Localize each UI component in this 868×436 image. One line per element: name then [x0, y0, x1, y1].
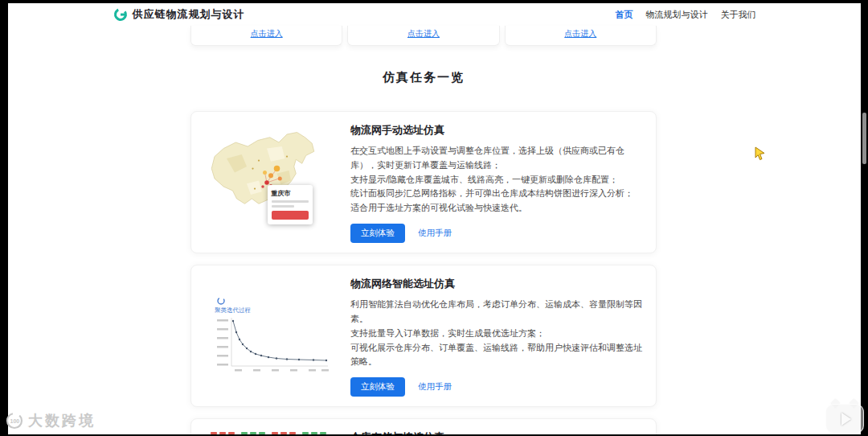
task-media: 重庆市: [203, 121, 339, 243]
enter-link[interactable]: 点击进入: [407, 28, 440, 39]
svg-text:100: 100: [10, 418, 20, 424]
rack-group: [302, 432, 326, 434]
tooltip-action-button[interactable]: [272, 211, 309, 220]
nav-item-about[interactable]: 关于我们: [721, 9, 756, 21]
tooltip-text-bar: [272, 200, 309, 203]
feature-card-partial: 点击进入: [190, 26, 342, 46]
main-content: 点击进入 点击进入 点击进入 仿真任务一览: [190, 26, 657, 434]
desc-line: 支持批量导入订单数据，实时生成最优选址方案；: [350, 327, 645, 341]
curve-dots: [232, 320, 327, 361]
watermark-logo-icon: 100: [5, 411, 24, 430]
brand: 供应链物流规划与设计: [113, 7, 245, 22]
try-now-button[interactable]: 立刻体验: [350, 377, 405, 397]
main-nav: 首页 物流规划与设计 关于我们: [616, 9, 756, 21]
watermark-text: 大数跨境: [28, 411, 96, 430]
task-card-warehouse-picking: ✕ ✕ ✕ ✕ ✕ 仓库存储与拣选仿真 根据货架与通道参数快速搭建仓库场景，支持…: [190, 418, 657, 434]
watermark: 100 大数跨境: [5, 411, 96, 430]
tooltip-text-bar: [272, 205, 295, 208]
section-title: 仿真任务一览: [190, 70, 657, 85]
desc-line: 适合用于选址方案的可视化试验与快速迭代。: [350, 201, 645, 216]
header: 供应链物流规划与设计 首页 物流规划与设计 关于我们: [8, 3, 861, 26]
nav-item-home[interactable]: 首页: [616, 9, 633, 21]
task-title: 物流网络智能选址仿真: [350, 277, 645, 291]
manual-link[interactable]: 使用手册: [418, 381, 452, 393]
rack-group: [272, 432, 296, 434]
app-screen: 供应链物流规划与设计 首页 物流规划与设计 关于我们 点击进入 点击进入: [8, 3, 861, 434]
rack-illustration: ✕ ✕ ✕ ✕ ✕: [211, 432, 331, 434]
desc-line: 在交互式地图上手动设置与调整仓库位置，选择上级（供应商或已有仓库），实时更新订单…: [350, 144, 645, 173]
try-now-button[interactable]: 立刻体验: [350, 224, 405, 243]
map-tooltip-city: 重庆市: [272, 189, 309, 198]
rack-group: [241, 432, 265, 434]
brand-logo-icon: [113, 7, 128, 22]
desc-line: 支持显示/隐藏仓库覆盖城市、线路高亮，一键更新或删除仓库配置；: [350, 173, 645, 187]
rack-group: [211, 432, 235, 434]
play-icon: [841, 413, 851, 426]
feature-card-partial: 点击进入: [505, 26, 657, 46]
china-map-illustration: 重庆市: [205, 125, 338, 240]
task-actions: 立刻体验 使用手册: [350, 377, 645, 397]
task-card-manual-siting: 重庆市 物流网手动选址仿真 在交互式地图上手动设置与调整仓库位置，选择上级（供应…: [190, 111, 657, 253]
enter-link[interactable]: 点击进入: [564, 28, 596, 39]
convergence-chart: 聚类迭代过程: [211, 294, 331, 378]
x-tick-labels: [235, 369, 329, 372]
map-tooltip: 重庆市: [268, 185, 313, 224]
feature-card-partial: 点击进入: [347, 26, 499, 46]
brand-title: 供应链物流规划与设计: [133, 7, 245, 22]
task-title: 物流网手动选址仿真: [350, 123, 645, 138]
nav-item-planning[interactable]: 物流规划与设计: [646, 9, 708, 21]
manual-link[interactable]: 使用手册: [418, 228, 452, 239]
chart-title: 聚类迭代过程: [215, 306, 252, 314]
task-title: 仓库存储与拣选仿真: [350, 430, 645, 434]
task-actions: 立刻体验 使用手册: [350, 224, 645, 243]
task-card-intelligent-siting: 聚类迭代过程: [190, 265, 657, 407]
scrollbar-thumb[interactable]: [862, 113, 866, 164]
header-inner: 供应链物流规划与设计 首页 物流规划与设计 关于我们: [113, 7, 756, 22]
loading-spinner-icon: [218, 298, 224, 304]
player-body: [825, 404, 864, 434]
top-cards-row: 点击进入 点击进入 点击进入: [190, 26, 657, 46]
task-description: 利用智能算法自动优化仓库布局，考虑订单分布、运输成本、容量限制等因素。 支持批量…: [350, 298, 645, 369]
video-play-button[interactable]: [825, 398, 864, 434]
desc-line: 可视化展示仓库分布、订单覆盖、运输线路，帮助用户快速评估和调整选址策略。: [350, 341, 645, 370]
task-body: 仓库存储与拣选仿真 根据货架与通道参数快速搭建仓库场景，支持 SKU 分配与订单…: [350, 429, 645, 434]
task-media: ✕ ✕ ✕ ✕ ✕: [203, 429, 339, 434]
task-media: 聚类迭代过程: [203, 275, 339, 397]
task-description: 在交互式地图上手动设置与调整仓库位置，选择上级（供应商或已有仓库），实时更新订单…: [350, 144, 645, 216]
video-frame: 供应链物流规划与设计 首页 物流规划与设计 关于我们 点击进入 点击进入: [0, 0, 868, 436]
desc-line: 利用智能算法自动优化仓库布局，考虑订单分布、运输成本、容量限制等因素。: [350, 298, 645, 327]
y-tick-labels: [217, 319, 228, 366]
enter-link[interactable]: 点击进入: [251, 28, 283, 39]
task-body: 物流网手动选址仿真 在交互式地图上手动设置与调整仓库位置，选择上级（供应商或已有…: [350, 121, 645, 243]
convergence-curve: [233, 321, 326, 360]
task-body: 物流网络智能选址仿真 利用智能算法自动优化仓库布局，考虑订单分布、运输成本、容量…: [350, 275, 645, 397]
desc-line: 统计面板同步汇总网络指标，并可弹出仓库成本结构饼图进行深入分析；: [350, 187, 645, 201]
